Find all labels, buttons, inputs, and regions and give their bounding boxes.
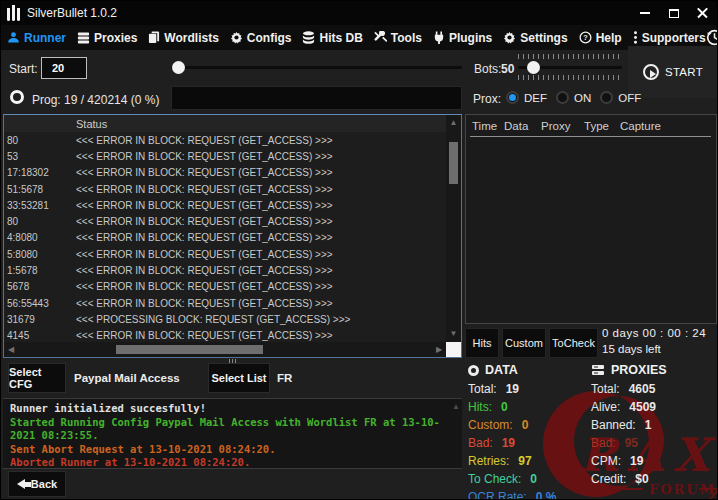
stat-row: Banned:1 (591, 418, 667, 431)
table-row[interactable]: 5:8080<<< ERROR IN BLOCK: REQUEST (GET_A… (4, 246, 446, 262)
start-slider-track (171, 66, 462, 69)
horizontal-scrollbar[interactable]: ◀ ▶ (4, 342, 446, 357)
menu-item-wordlists[interactable]: Wordlists (148, 31, 218, 45)
log-lines: Runner initialized succesfully!Started R… (10, 402, 448, 469)
menu-item-hits-db[interactable]: Hits DB (302, 31, 362, 45)
table-row[interactable]: 53<<< ERROR IN BLOCK: REQUEST (GET_ACCES… (4, 148, 446, 164)
prox-radio-def[interactable]: DEF (506, 91, 547, 104)
table-row[interactable]: 5678<<< ERROR IN BLOCK: REQUEST (GET_ACC… (4, 279, 446, 295)
row-status: <<< ERROR IN BLOCK: REQUEST (GET_ACCESS)… (76, 298, 446, 309)
minimize-button[interactable] (630, 1, 659, 25)
runner-log: ▲ Runner initialized succesfully!Started… (3, 398, 462, 469)
menu-item-label: Runner (24, 31, 66, 45)
stat-value: 97 (518, 454, 531, 468)
back-button[interactable]: Back (8, 471, 66, 497)
stat-row: Custom:0 (468, 418, 556, 431)
table-row[interactable]: 56:55443<<< ERROR IN BLOCK: REQUEST (GET… (4, 295, 446, 311)
row-proxy: 4:8080 (4, 232, 76, 243)
menu-item-plugins[interactable]: Plugins (433, 31, 492, 45)
menu-item-help[interactable]: ?Help (579, 31, 622, 45)
select-list-button[interactable]: Select List (208, 363, 270, 393)
stat-value: 19 (630, 454, 643, 468)
stat-value: 19 (506, 382, 519, 396)
menu-item-settings[interactable]: Settings (503, 31, 567, 45)
hits-header-underline (470, 136, 711, 137)
stat-value: 0 (522, 418, 529, 432)
row-status: <<< ERROR IN BLOCK: REQUEST (GET_ACCESS)… (76, 200, 446, 211)
window-title: SilverBullet 1.0.2 (27, 6, 117, 20)
back-button-label: Back (31, 478, 57, 490)
menu-item-proxies[interactable]: Proxies (77, 31, 137, 45)
stat-value: 95 (625, 436, 638, 450)
table-row[interactable]: 17:18302<<< ERROR IN BLOCK: REQUEST (GET… (4, 165, 446, 181)
proxies-server-icon (591, 364, 605, 377)
data-donut-icon (468, 365, 479, 376)
start-input[interactable] (41, 57, 87, 79)
menu-item-label: Settings (520, 31, 567, 45)
close-icon (697, 8, 708, 19)
select-cfg-button[interactable]: Select CFG (8, 363, 66, 393)
radio-dot-icon (600, 91, 613, 104)
row-proxy: 5:8080 (4, 249, 76, 260)
stat-label: To Check: (468, 472, 521, 486)
scroll-up-icon[interactable]: ▲ (446, 116, 461, 130)
table-row[interactable]: 1:5678<<< ERROR IN BLOCK: REQUEST (GET_A… (4, 262, 446, 278)
stat-value: 0 (501, 400, 508, 414)
vertical-scrollbar[interactable]: ▲ ▼ (446, 115, 461, 342)
stat-label: Credit: (591, 472, 626, 486)
table-row[interactable]: 80<<< ERROR IN BLOCK: REQUEST (GET_ACCES… (4, 213, 446, 229)
log-line: Aborted Runner at 13-10-2021 08:24:20. (10, 456, 448, 469)
row-status: <<< ERROR IN BLOCK: REQUEST (GET_ACCESS)… (76, 151, 446, 162)
bots-slider-thumb[interactable] (527, 61, 540, 74)
prox-radio-on[interactable]: ON (556, 91, 591, 104)
progress-bar (171, 86, 462, 110)
row-status: <<< ERROR IN BLOCK: REQUEST (GET_ACCESS)… (76, 216, 446, 227)
bots-slider[interactable] (518, 61, 622, 74)
hitsdb-icon (302, 31, 315, 44)
horizontal-scrollbar-thumb[interactable] (116, 345, 263, 354)
proxies-stats-title: PROXIES (611, 363, 667, 377)
runner-icon (7, 31, 20, 44)
table-row[interactable]: 80<<< ERROR IN BLOCK: REQUEST (GET_ACCES… (4, 132, 446, 148)
hits-table-header: TimeDataProxyTypeCapture (472, 120, 680, 132)
stat-label: Custom: (468, 418, 513, 432)
start-slider-thumb[interactable] (172, 61, 185, 74)
bots-value: 50 (501, 62, 514, 76)
prox-radio-off[interactable]: OFF (600, 91, 641, 104)
menu-item-tools[interactable]: Tools (374, 31, 422, 45)
back-arrow-icon (17, 479, 25, 489)
minimize-icon (640, 12, 650, 14)
scroll-down-icon[interactable]: ▼ (446, 327, 461, 341)
close-button[interactable] (688, 1, 717, 25)
menu-item-label: Plugins (449, 31, 492, 45)
menu-item-runner[interactable]: Runner (7, 31, 66, 45)
vertical-scrollbar-thumb[interactable] (449, 142, 458, 184)
scroll-right-icon[interactable]: ▶ (432, 342, 446, 357)
settings-icon (503, 31, 516, 44)
menu-items: RunnerProxiesWordlistsConfigsHits DBTool… (7, 31, 706, 45)
row-proxy: 1:5678 (4, 265, 76, 276)
table-row[interactable]: 51:5678<<< ERROR IN BLOCK: REQUEST (GET_… (4, 181, 446, 197)
table-row[interactable]: 4:8080<<< ERROR IN BLOCK: REQUEST (GET_A… (4, 230, 446, 246)
table-row[interactable]: 31679<<< PROCESSING BLOCK: REQUEST (GET_… (4, 311, 446, 327)
menu-item-configs[interactable]: Configs (230, 31, 292, 45)
table-row[interactable]: 4145<<< ERROR IN BLOCK: REQUEST (GET_ACC… (4, 328, 446, 342)
play-icon (643, 64, 659, 80)
history-icon[interactable] (706, 29, 718, 46)
maximize-button[interactable] (659, 1, 688, 25)
stat-label: Total: (591, 382, 620, 396)
table-row[interactable]: 33:53281<<< ERROR IN BLOCK: REQUEST (GET… (4, 197, 446, 213)
row-proxy: 53 (4, 151, 76, 162)
start-button[interactable]: START (628, 46, 718, 98)
start-slider[interactable] (171, 61, 462, 74)
hits-table: TimeDataProxyTypeCapture (465, 114, 717, 324)
hits-header-capture: Capture (620, 120, 680, 132)
tocheck-button[interactable]: ToCheck (549, 328, 598, 358)
menu-item-supporters[interactable]: Supporters (633, 31, 706, 45)
log-scroll-up-icon[interactable]: ▲ (452, 402, 460, 411)
custom-button[interactable]: Custom (502, 328, 546, 358)
hits-button[interactable]: Hits (465, 328, 499, 358)
scroll-left-icon[interactable]: ◀ (4, 342, 18, 357)
radio-label: ON (574, 92, 591, 104)
log-line: Started Running Config Paypal Mail Acces… (10, 416, 448, 443)
